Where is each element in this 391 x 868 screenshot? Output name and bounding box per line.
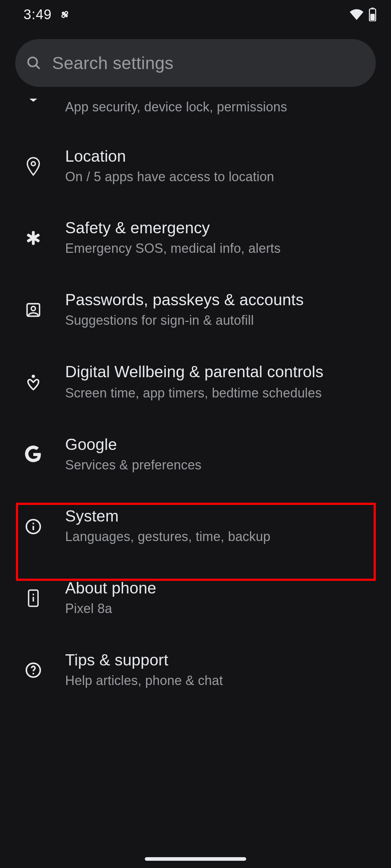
- svg-point-14: [33, 523, 34, 524]
- account-box-icon: [22, 302, 45, 318]
- wellbeing-icon: [22, 373, 45, 392]
- phone-info-icon: [22, 589, 45, 608]
- chevron-down-icon: [22, 95, 45, 103]
- status-bar: 3:49: [0, 0, 391, 29]
- svg-point-19: [33, 673, 34, 675]
- settings-list: App security, device lock, permissions L…: [0, 87, 391, 706]
- search-container: Search settings: [0, 29, 391, 87]
- settings-item-location[interactable]: Location On / 5 apps have access to loca…: [0, 131, 391, 203]
- google-icon: [22, 446, 45, 464]
- settings-item-title: Google: [65, 435, 378, 454]
- settings-item-title: System: [65, 507, 378, 525]
- svg-point-17: [33, 594, 34, 595]
- search-placeholder: Search settings: [52, 53, 173, 73]
- settings-item-google[interactable]: Google Services & preferences: [0, 419, 391, 491]
- info-icon: [22, 518, 45, 535]
- settings-item-subtitle: On / 5 apps have access to location: [65, 168, 378, 186]
- svg-point-11: [31, 375, 35, 378]
- settings-item-title: Safety & emergency: [65, 219, 378, 237]
- settings-item-system[interactable]: System Languages, gestures, time, backup: [0, 490, 391, 562]
- settings-item-tips[interactable]: Tips & support Help articles, phone & ch…: [0, 634, 391, 706]
- settings-item-subtitle: Help articles, phone & chat: [65, 672, 378, 690]
- svg-point-5: [31, 162, 35, 166]
- settings-item-subtitle: Services & preferences: [65, 456, 378, 474]
- location-icon: [22, 157, 45, 176]
- settings-item-subtitle: Emergency SOS, medical info, alerts: [65, 240, 378, 258]
- settings-item-wellbeing[interactable]: Digital Wellbeing & parental controls Sc…: [0, 346, 391, 418]
- settings-item-title: Passwords, passkeys & accounts: [65, 291, 378, 309]
- status-right: [349, 8, 377, 21]
- battery-icon: [369, 8, 377, 21]
- settings-item-title: About phone: [65, 579, 378, 597]
- svg-point-3: [28, 58, 37, 67]
- navigation-pill[interactable]: [145, 857, 246, 861]
- settings-item-title: Location: [65, 147, 378, 165]
- settings-item-subtitle: Screen time, app timers, bedtime schedul…: [65, 384, 378, 402]
- svg-point-10: [31, 306, 35, 311]
- settings-item-subtitle: Pixel 8a: [65, 600, 378, 618]
- settings-item-title: Digital Wellbeing & parental controls: [65, 362, 378, 382]
- status-left: 3:49: [24, 7, 72, 22]
- settings-item-title: Tips & support: [65, 651, 378, 669]
- settings-item-subtitle: Suggestions for sign-in & autofill: [65, 312, 378, 329]
- settings-item-safety[interactable]: Safety & emergency Emergency SOS, medica…: [0, 202, 391, 274]
- medical-asterisk-icon: [22, 230, 45, 246]
- help-icon: [22, 662, 45, 678]
- settings-item-passwords[interactable]: Passwords, passkeys & accounts Suggestio…: [0, 274, 391, 346]
- settings-item-subtitle: Languages, gestures, time, backup: [65, 528, 378, 546]
- settings-item-subtitle: App security, device lock, permissions: [65, 98, 378, 116]
- pinwheel-icon: [58, 7, 72, 22]
- search-settings-input[interactable]: Search settings: [15, 39, 376, 87]
- settings-item-about[interactable]: About phone Pixel 8a: [0, 562, 391, 634]
- svg-rect-2: [370, 14, 375, 20]
- search-icon: [25, 55, 42, 71]
- wifi-icon: [349, 8, 364, 21]
- status-time: 3:49: [24, 7, 52, 22]
- settings-item-security[interactable]: App security, device lock, permissions: [0, 89, 391, 131]
- svg-line-4: [36, 65, 39, 69]
